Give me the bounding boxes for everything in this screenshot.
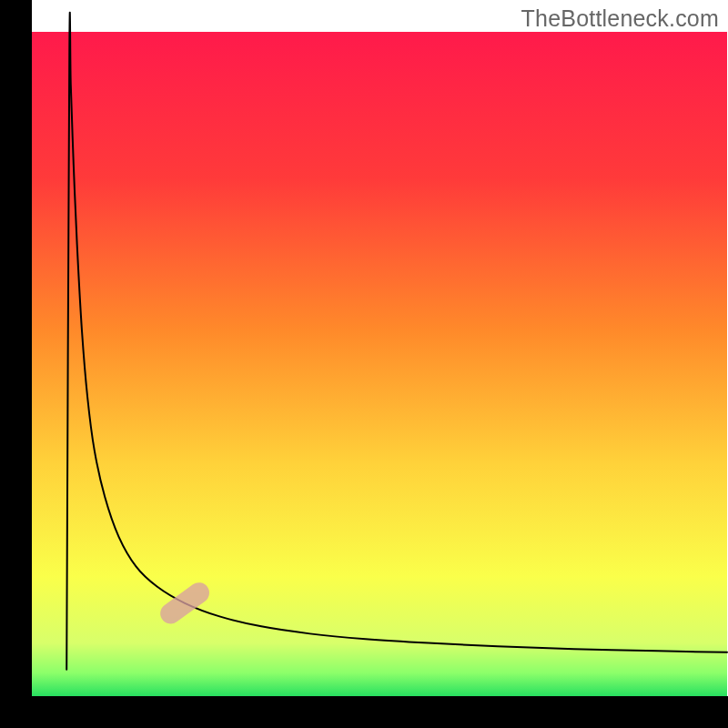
watermark-text: TheBottleneck.com [521, 5, 719, 32]
svg-rect-1 [0, 0, 32, 728]
bottleneck-chart [0, 0, 728, 728]
plot-background [32, 32, 727, 696]
chart-container: TheBottleneck.com [0, 0, 728, 728]
svg-rect-2 [0, 696, 728, 728]
